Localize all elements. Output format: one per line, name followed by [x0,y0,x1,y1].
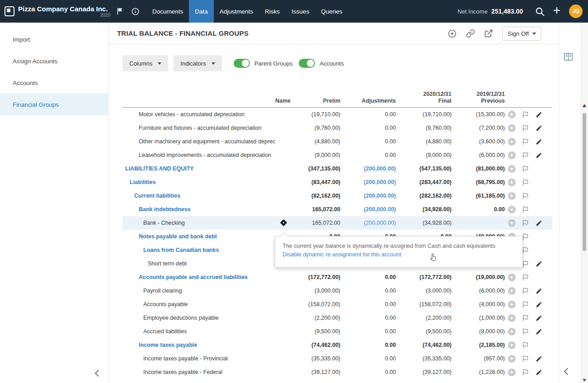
edit-account-icon[interactable] [536,315,542,322]
table-row[interactable]: Bank indebtedness165,072.00(200,000.00)(… [122,203,552,216]
nav-queries[interactable]: Queries [315,0,348,23]
flag-icon[interactable] [522,193,529,199]
flag-icon[interactable] [522,328,529,335]
flag-icon[interactable] [522,111,529,118]
group-name-link[interactable]: Loans from Canadian banks [143,247,219,253]
add-adjustment-icon[interactable]: + [508,369,516,376]
add-adjustment-icon[interactable]: + [508,138,516,146]
cell-adjustments[interactable]: (200,000.00) [340,193,396,199]
sidebar-item-assign-accounts[interactable]: Assign Accounts [0,50,108,72]
table-row[interactable]: Income taxes payable - Provincial(35,335… [122,352,552,365]
edit-account-icon[interactable] [536,301,542,308]
table-row[interactable]: LIABILITIES AND EQUITY(347,135.00)(200,0… [122,162,552,175]
table-row[interactable]: Bank - Checking165,072.00(200,000.00)(34… [122,216,552,230]
cell-adjustments[interactable]: (200,000.00) [340,179,396,185]
add-adjustment-icon[interactable]: + [508,192,516,200]
flag-icon[interactable] [522,342,529,349]
edit-account-icon[interactable] [536,369,542,376]
nav-adjustments[interactable]: Adjustments [214,0,259,23]
nav-issues[interactable]: Issues [286,0,315,23]
table-row[interactable]: Accounts payable(158,072.00)0.00(158,072… [122,298,552,311]
external-link-icon[interactable] [484,29,493,38]
table-row[interactable]: Other machinery and equipment - accumula… [122,135,552,148]
flag-icon[interactable] [522,369,529,376]
table-row[interactable]: Accounts payable and accrued liabilities… [122,270,552,284]
group-name-link[interactable]: Liabilities [130,179,156,185]
panel-collapse-chevron-icon[interactable] [565,368,570,376]
add-adjustment-icon[interactable]: + [508,314,516,322]
scroll-down-arrow-icon[interactable] [583,379,586,382]
edit-account-icon[interactable] [536,111,542,118]
add-icon[interactable]: + [548,0,565,24]
group-name-link[interactable]: Income taxes payable [139,342,197,348]
nav-data[interactable]: Data [189,0,214,23]
add-adjustment-icon[interactable]: + [508,111,516,118]
flag-icon[interactable] [522,125,529,132]
info-icon[interactable] [127,0,143,23]
add-adjustment-icon[interactable]: + [508,151,516,159]
table-row[interactable]: Accrued liabilities(9,500.00)0.00(9,500.… [122,325,552,338]
cell-adjustments[interactable]: (200,000.00) [340,220,396,226]
flag-icon[interactable] [522,165,529,172]
group-name-link[interactable]: Bank indebtedness [139,206,191,213]
edit-account-icon[interactable] [536,220,542,227]
table-row[interactable]: Furniture and fixtures - accumulated dep… [122,121,552,135]
add-adjustment-icon[interactable]: + [508,328,516,336]
indicators-dropdown[interactable]: Indicators [174,55,221,71]
nav-risks[interactable]: Risks [259,0,286,23]
sidebar-collapse-chevron-icon[interactable] [96,369,101,378]
add-adjustment-icon[interactable]: + [508,165,516,173]
edit-account-icon[interactable] [536,328,542,335]
table-row[interactable]: Employee deductions payable(2,200.00)0.0… [122,311,552,325]
edit-account-icon[interactable] [536,125,542,132]
edit-account-icon[interactable] [536,138,542,145]
group-name-link[interactable]: Current liabilities [134,193,180,199]
flag-icon[interactable] [522,152,529,159]
flag-icon[interactable] [522,179,529,186]
dynamic-reassignment-icon[interactable] [280,220,287,226]
add-adjustment-icon[interactable]: + [508,206,516,213]
accounts-toggle[interactable] [299,59,315,68]
add-adjustment-icon[interactable]: + [508,301,516,308]
nav-documents[interactable]: Documents [146,0,189,23]
scrollbar-thumb[interactable] [583,113,586,251]
cell-adjustments[interactable]: (200,000.00) [340,165,396,172]
flag-icon[interactable] [522,220,529,227]
table-row[interactable]: Leasehold improvements - accumulated dep… [122,148,552,162]
add-circle-icon[interactable] [447,29,457,38]
sign-off-button[interactable]: Sign Off [502,27,541,41]
add-adjustment-icon[interactable]: + [508,124,516,132]
group-name-link[interactable]: Notes payable and bank debt [139,233,217,240]
columns-dropdown[interactable]: Columns [122,55,168,71]
reference-pane-icon[interactable] [563,52,574,64]
table-row[interactable]: Income taxes payable - Federal(39,127.00… [122,365,552,379]
add-adjustment-icon[interactable]: + [508,355,516,363]
company-name[interactable]: Pizza Company Canada Inc. [18,5,112,13]
flag-icon[interactable] [522,315,529,322]
flag-icon[interactable] [112,0,127,23]
table-row[interactable]: Income taxes payable(74,462.00)0.00(74,4… [122,338,552,352]
flag-icon[interactable] [522,301,529,308]
search-icon[interactable] [531,0,548,23]
table-row[interactable]: Current liabilities(82,162.00)(200,000.0… [122,189,552,203]
link-icon[interactable] [466,29,475,38]
flag-icon[interactable] [522,206,529,213]
flag-icon[interactable] [522,274,529,281]
add-adjustment-icon[interactable]: + [508,179,516,186]
sidebar-item-import[interactable]: Import [0,28,108,50]
table-row[interactable]: Payroll clearing(3,000.00)0.00(3,000.00)… [122,284,552,298]
table-row[interactable]: Motor vehicles - accumulated depreciatio… [122,108,552,121]
add-adjustment-icon[interactable]: + [508,287,516,295]
sidebar-item-accounts[interactable]: Accounts [0,72,108,94]
group-name-link[interactable]: LIABILITIES AND EQUITY [125,165,194,172]
avatar[interactable]: JO [569,5,583,18]
edit-account-icon[interactable] [536,288,542,294]
parent-groups-toggle[interactable] [234,59,250,68]
add-adjustment-icon[interactable]: + [508,274,516,281]
edit-account-icon[interactable] [536,260,542,267]
flag-icon[interactable] [522,138,529,145]
edit-account-icon[interactable] [536,152,542,159]
disable-reassignment-link[interactable]: Disable dynamic re-assignment for this a… [282,251,401,258]
flag-icon[interactable] [522,355,529,362]
cell-adjustments[interactable]: (200,000.00) [340,206,396,213]
